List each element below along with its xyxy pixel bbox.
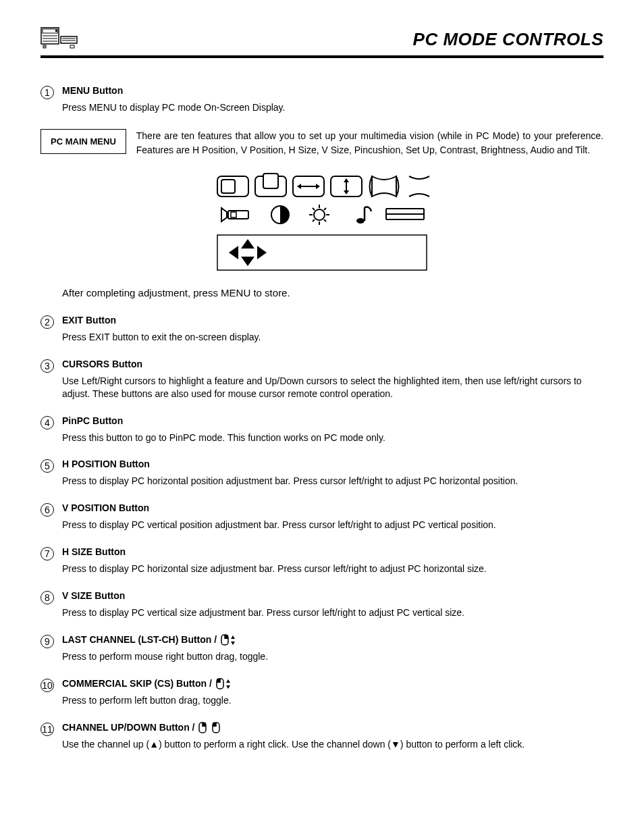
item-title-4: PinPC Button [62,415,123,426]
pc-main-menu-box: PC MAIN MENU [41,129,126,154]
item-body-6: Press to display PC vertical position ad… [62,519,603,531]
item-num-10: 10 [41,679,54,692]
svg-line-36 [313,219,315,221]
tv-icon [41,27,78,50]
svg-marker-46 [241,239,254,249]
svg-rect-14 [221,180,235,193]
item-title-7: H SIZE Button [62,546,126,557]
svg-rect-6 [61,36,77,43]
svg-marker-59 [226,685,230,689]
svg-rect-57 [217,679,220,683]
item-2: 2 EXIT Button Press EXIT button to exit … [41,315,603,344]
item-body-9: Press to perform mouse right button drag… [62,650,603,663]
item-title-2: EXIT Button [62,315,116,325]
item-num-5: 5 [41,459,54,473]
item-3: 3 CURSORS Button Use Left/Right cursors … [41,359,603,400]
item-1: 1 MENU Button Press MENU to display PC m… [41,85,603,114]
item-10: 10 COMMERCIAL SKIP (CS) Button / Press t… [41,678,603,707]
header-rule [41,55,603,58]
svg-marker-19 [297,184,301,189]
page-title: PC MODE CONTROLS [413,29,603,50]
item-num-6: 6 [41,503,54,517]
item-title-3: CURSORS Button [62,359,142,369]
item-9: 9 LAST CHANNEL (LST-CH) Button / Press t… [41,634,603,663]
item-num-1: 1 [41,86,54,99]
svg-rect-45 [217,235,427,270]
item-title-1: MENU Button [62,85,123,96]
item-body-11: Use the channel up (▲) button to perform… [62,738,603,751]
item-num-11: 11 [41,723,54,736]
svg-rect-2 [55,30,57,32]
svg-rect-27 [231,212,236,217]
svg-marker-47 [241,257,254,266]
item-title-11: CHANNEL UP/DOWN Button / [62,722,221,734]
svg-marker-24 [344,190,349,194]
item-5: 5 H POSITION Button Press to display PC … [41,459,603,488]
item-7: 7 H SIZE Button Press to display PC hori… [41,546,603,575]
mouse-right-drag-icon [221,634,237,646]
svg-rect-16 [263,174,278,188]
item-num-4: 4 [41,416,54,429]
svg-marker-48 [229,246,238,259]
svg-marker-20 [316,184,320,189]
item-title-5: H POSITION Button [62,459,150,469]
mouse-right-click-icon [198,722,207,734]
item-title-8: V SIZE Button [62,590,125,601]
svg-marker-23 [344,178,349,182]
item-8: 8 V SIZE Button Press to display PC vert… [41,590,603,619]
svg-point-29 [314,209,325,220]
after-note: After completing adjustment, press MENU … [62,287,603,298]
item-11: 11 CHANNEL UP/DOWN Button / Use the chan… [41,722,603,751]
svg-marker-25 [221,208,227,221]
item-body-3: Use Left/Right cursors to highlight a fe… [62,375,603,400]
svg-marker-58 [226,679,230,683]
svg-marker-54 [231,642,235,645]
mouse-left-drag-icon [216,678,232,690]
item-num-8: 8 [41,591,54,604]
svg-rect-65 [213,723,216,727]
menu-desc: There are ten features that allow you to… [136,129,603,157]
item-body-10: Press to perform left button drag, toggl… [62,694,603,707]
svg-rect-12 [70,45,74,48]
item-num-3: 3 [41,359,54,373]
svg-rect-1 [43,29,57,33]
svg-marker-53 [231,635,235,639]
mouse-left-click-icon [212,722,220,734]
item-body-1: Press MENU to display PC mode On-Screen … [62,101,603,114]
svg-rect-62 [203,723,206,727]
svg-line-34 [313,208,315,210]
item-num-7: 7 [41,547,54,561]
item-title-9: LAST CHANNEL (LST-CH) Button / [62,634,238,646]
svg-rect-52 [225,635,228,639]
svg-point-11 [45,46,46,47]
item-num-9: 9 [41,635,54,648]
svg-line-37 [324,208,326,210]
osd-icons-block [41,171,603,275]
svg-marker-49 [257,246,267,259]
item-num-2: 2 [41,315,54,329]
item-title-10: COMMERCIAL SKIP (CS) Button / [62,678,234,690]
item-body-2: Press EXIT button to exit the on-screen … [62,331,603,344]
item-body-8: Press to display PC vertical size adjust… [62,606,603,619]
item-body-4: Press this button to go to PinPC mode. T… [62,432,603,444]
svg-point-38 [356,218,365,224]
item-body-5: Press to display PC horizontal position … [62,475,603,488]
item-title-6: V POSITION Button [62,502,149,513]
svg-point-10 [43,46,45,47]
menu-box-row: PC MAIN MENU There are ten features that… [41,129,603,157]
svg-line-35 [324,219,326,221]
item-body-7: Press to display PC horizontal size adju… [62,563,603,575]
item-4: 4 PinPC Button Press this button to go t… [41,415,603,444]
item-6: 6 V POSITION Button Press to display PC … [41,502,603,531]
